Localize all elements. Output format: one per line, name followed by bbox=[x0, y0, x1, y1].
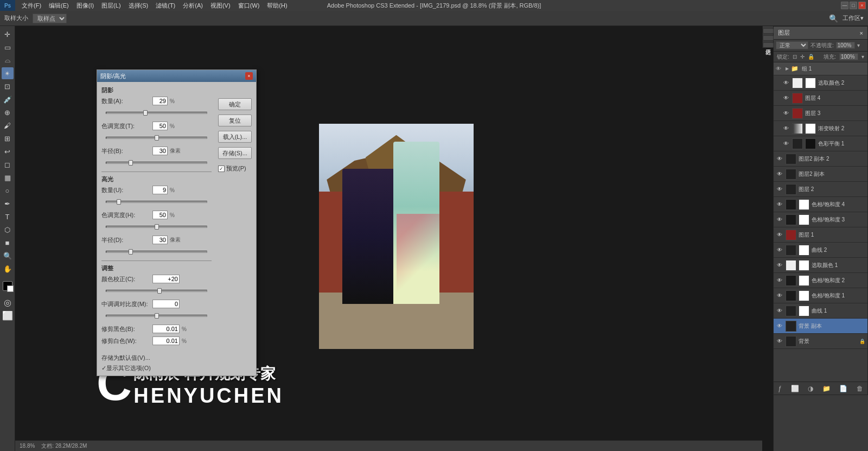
add-style-button[interactable]: ƒ bbox=[776, 384, 784, 393]
highlight-amount-input[interactable] bbox=[152, 186, 168, 194]
highlight-radius-input[interactable] bbox=[152, 236, 168, 244]
white-clip-input[interactable] bbox=[152, 336, 180, 345]
eraser-tool[interactable]: ◻ bbox=[2, 158, 14, 170]
screen-mode-toggle[interactable]: ⬜ bbox=[2, 309, 14, 321]
layer-group-1[interactable]: 👁 ▶ 📁 组 1 bbox=[774, 62, 867, 75]
visibility-icon[interactable]: 👁 bbox=[776, 201, 783, 208]
shadow-radius-slider[interactable] bbox=[101, 158, 212, 167]
visibility-icon[interactable]: 👁 bbox=[776, 155, 783, 163]
hand-tool[interactable]: ✋ bbox=[2, 263, 14, 275]
layer-item-huesaturation4[interactable]: 👁 色相/饱和度 4 bbox=[774, 197, 867, 212]
new-layer-button[interactable]: 📄 bbox=[837, 384, 850, 393]
layer-item-background[interactable]: 👁 背景 🔒 bbox=[774, 334, 867, 349]
dodge-tool[interactable]: ○ bbox=[2, 185, 14, 196]
quick-mask-toggle[interactable]: ◎ bbox=[2, 296, 14, 308]
layer-item-1[interactable]: 👁 图层 1 bbox=[774, 227, 867, 243]
highlight-radius-slider[interactable] bbox=[101, 247, 212, 256]
reset-button[interactable]: 复位 bbox=[218, 115, 252, 126]
heal-tool[interactable]: ⊕ bbox=[2, 106, 14, 118]
fill-arrow[interactable]: ▾ bbox=[861, 54, 864, 60]
menu-analysis[interactable]: 分析(A) bbox=[180, 0, 206, 11]
menu-file[interactable]: 文件(F) bbox=[18, 0, 44, 11]
text-tool[interactable]: T bbox=[2, 211, 14, 223]
dialog-title-bar[interactable]: 阴影/高光 × bbox=[97, 70, 256, 82]
shadow-radius-input[interactable] bbox=[152, 147, 168, 155]
save-default-label[interactable]: 存储为默认值(V)... bbox=[101, 354, 150, 362]
opacity-input[interactable] bbox=[836, 42, 855, 49]
layer-item-huesaturation3[interactable]: 👁 色相/饱和度 3 bbox=[774, 212, 867, 227]
menu-filter[interactable]: 滤镜(T) bbox=[152, 0, 178, 11]
magic-wand-tool[interactable]: ✴ bbox=[2, 67, 14, 79]
layer-item-curves1[interactable]: 👁 曲线 1 bbox=[774, 303, 867, 319]
opacity-arrow[interactable]: ▾ bbox=[857, 42, 860, 48]
menu-layer[interactable]: 图层(L) bbox=[98, 0, 124, 11]
color-correction-slider[interactable] bbox=[101, 287, 212, 295]
visibility-icon[interactable]: 👁 bbox=[776, 322, 783, 330]
visibility-icon[interactable]: 👁 bbox=[776, 277, 783, 284]
new-group-button[interactable]: 📁 bbox=[820, 384, 833, 393]
maximize-button[interactable]: □ bbox=[850, 2, 857, 9]
midtone-contrast-slider[interactable] bbox=[101, 312, 212, 320]
layer-item-2-copy2[interactable]: 👁 图层2 副本 2 bbox=[774, 151, 867, 167]
visibility-icon[interactable]: 👁 bbox=[776, 231, 783, 239]
delete-layer-button[interactable]: 🗑 bbox=[854, 384, 865, 393]
visibility-icon[interactable]: 👁 bbox=[776, 307, 783, 315]
visibility-icon[interactable]: 👁 bbox=[776, 216, 783, 224]
visibility-icon[interactable]: 👁 bbox=[782, 110, 790, 117]
zoom-tool[interactable]: 🔍 bbox=[2, 250, 14, 262]
menu-help[interactable]: 帮助(H) bbox=[264, 0, 290, 11]
menu-select[interactable]: 选择(S) bbox=[125, 0, 152, 11]
shadow-amount-input[interactable] bbox=[152, 97, 168, 105]
brush-tool[interactable]: 🖌 bbox=[2, 119, 14, 131]
group-expand-icon[interactable]: ▶ bbox=[786, 66, 789, 71]
layer-item-xuanze2[interactable]: 👁 选取颜色 2 bbox=[774, 75, 867, 91]
lasso-tool[interactable]: ⌓ bbox=[2, 54, 14, 66]
visibility-icon[interactable]: 👁 bbox=[782, 125, 790, 132]
show-options-label[interactable]: ✓显示其它选项(O) bbox=[101, 364, 151, 372]
menu-image[interactable]: 图像(I) bbox=[73, 0, 97, 11]
layer-item-bg-copy[interactable]: 👁 背景 副本 bbox=[774, 319, 867, 334]
lock-pixel-icon[interactable]: ⊡ bbox=[793, 54, 797, 60]
shadow-tonal-slider[interactable] bbox=[101, 134, 212, 142]
move-tool[interactable]: ✛ bbox=[2, 28, 14, 40]
layer-item-curves2[interactable]: 👁 曲线 2 bbox=[774, 243, 867, 258]
history-brush-tool[interactable]: ↩ bbox=[2, 145, 14, 157]
layer-item-gradient2[interactable]: 👁 渐变映射 2 bbox=[774, 121, 867, 136]
shadow-amount-slider[interactable] bbox=[101, 109, 212, 117]
highlight-tonal-input[interactable] bbox=[152, 211, 168, 219]
black-clip-input[interactable] bbox=[152, 325, 180, 333]
visibility-icon[interactable]: 👁 bbox=[776, 338, 783, 345]
sample-size-dropdown[interactable]: 取样点 bbox=[33, 14, 67, 23]
layer-item-3[interactable]: 👁 图层 3 bbox=[774, 106, 867, 121]
menu-window[interactable]: 窗口(W) bbox=[235, 0, 263, 11]
new-fill-button[interactable]: ◑ bbox=[806, 384, 815, 393]
visibility-icon[interactable]: 👁 bbox=[782, 140, 790, 148]
layer-item-huesaturation2[interactable]: 👁 色相/饱和度 2 bbox=[774, 273, 867, 288]
save-button[interactable]: 存储(S)... bbox=[218, 147, 252, 159]
foreground-color[interactable] bbox=[3, 281, 12, 291]
pen-tool[interactable]: ✒ bbox=[2, 198, 14, 209]
midtone-contrast-input[interactable] bbox=[152, 300, 180, 308]
path-select-tool[interactable]: ⬡ bbox=[2, 224, 14, 236]
tab-history[interactable]: 历史记录 bbox=[763, 42, 774, 48]
menu-edit[interactable]: 编辑(E) bbox=[46, 0, 72, 11]
lock-position-icon[interactable]: ✛ bbox=[800, 54, 805, 60]
visibility-icon[interactable]: 👁 bbox=[776, 170, 783, 178]
blend-mode-select[interactable]: 正常 bbox=[776, 41, 808, 49]
gradient-tool[interactable]: ▦ bbox=[2, 171, 14, 183]
layer-item-2[interactable]: 👁 图层 2 bbox=[774, 182, 867, 197]
visibility-icon[interactable]: 👁 bbox=[776, 292, 783, 300]
highlight-tonal-slider[interactable] bbox=[101, 223, 212, 231]
menu-view[interactable]: 视图(V) bbox=[207, 0, 234, 11]
layer-item-2-copy[interactable]: 👁 图层2 副本 bbox=[774, 167, 867, 182]
visibility-icon[interactable]: 👁 bbox=[776, 262, 783, 269]
layer-item-xuanze1[interactable]: 👁 选取颜色 1 bbox=[774, 258, 867, 273]
load-button[interactable]: 载入(L)... bbox=[218, 131, 252, 143]
close-button[interactable]: × bbox=[858, 2, 866, 9]
visibility-icon[interactable]: 👁 bbox=[776, 246, 783, 254]
highlight-amount-slider[interactable] bbox=[101, 198, 212, 206]
tab-channels[interactable]: 通道 bbox=[763, 28, 774, 34]
crop-tool[interactable]: ⊡ bbox=[2, 80, 14, 92]
layer-item-4[interactable]: 👁 图层 4 bbox=[774, 91, 867, 106]
fill-input[interactable] bbox=[839, 53, 858, 60]
